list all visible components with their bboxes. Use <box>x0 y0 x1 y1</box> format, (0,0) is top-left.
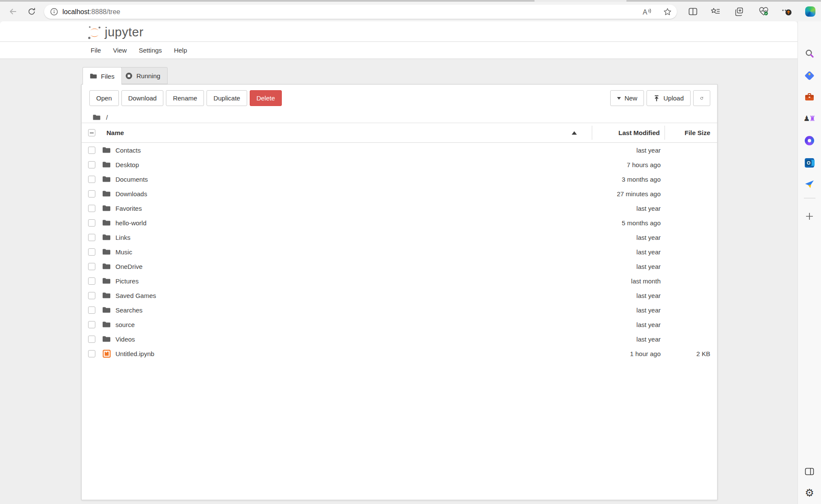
row-checkbox[interactable] <box>88 321 95 328</box>
file-row[interactable]: Pictures last month <box>82 274 717 288</box>
file-name[interactable]: Searches <box>115 307 591 314</box>
file-row[interactable]: Favorites last year <box>82 201 717 215</box>
home-folder-icon[interactable] <box>92 114 101 121</box>
file-name[interactable]: Documents <box>115 176 591 183</box>
outlook-icon[interactable]: O <box>804 157 815 168</box>
row-checkbox[interactable] <box>88 307 95 314</box>
copilot-icon[interactable] <box>803 4 818 19</box>
page-info-icon[interactable] <box>50 8 58 16</box>
file-name[interactable]: Saved Games <box>115 292 591 299</box>
new-button[interactable]: New <box>610 90 644 106</box>
file-row[interactable]: Searches last year <box>82 303 717 317</box>
settings-more-icon[interactable] <box>779 4 794 19</box>
file-name[interactable]: Pictures <box>115 277 591 285</box>
upload-button-label: Upload <box>663 94 684 102</box>
menu-settings[interactable]: Settings <box>133 42 168 59</box>
row-checkbox[interactable] <box>88 219 95 227</box>
favorite-star-icon[interactable] <box>663 8 672 16</box>
tab-files[interactable]: Files <box>83 67 122 85</box>
read-aloud-icon[interactable]: A <box>642 8 652 16</box>
file-name[interactable]: Music <box>115 248 591 256</box>
collections-icon[interactable] <box>732 4 747 19</box>
size-column-header[interactable]: File Size <box>664 129 717 136</box>
row-checkbox[interactable] <box>88 234 95 241</box>
settings-gear-icon[interactable]: ⚙ <box>804 487 815 498</box>
menu-help[interactable]: Help <box>168 42 193 59</box>
file-name[interactable]: OneDrive <box>115 263 591 270</box>
split-screen-icon[interactable] <box>685 4 700 19</box>
row-checkbox[interactable] <box>88 350 95 357</box>
file-row[interactable]: Contacts last year <box>82 143 717 157</box>
file-row[interactable]: hello-world 5 months ago <box>82 215 717 230</box>
folder-icon <box>102 262 111 270</box>
file-name[interactable]: hello-world <box>115 219 591 227</box>
file-row[interactable]: Untitled.ipynb 1 hour ago 2 KB <box>82 346 717 361</box>
games-icon[interactable]: ♟♜ <box>804 113 815 124</box>
file-browser-card: Open Download Rename Duplicate Delete Ne… <box>81 84 718 500</box>
address-bar[interactable]: localhost:8888/tree A <box>44 5 677 19</box>
delete-button[interactable]: Delete <box>250 90 282 106</box>
file-modified: last year <box>591 336 664 343</box>
file-row[interactable]: Documents 3 months ago <box>82 172 717 186</box>
file-name[interactable]: Contacts <box>115 147 591 154</box>
duplicate-button[interactable]: Duplicate <box>207 90 247 106</box>
name-column-header[interactable]: Name <box>106 129 124 136</box>
file-row[interactable]: Videos last year <box>82 332 717 346</box>
tab-running[interactable]: Running <box>118 67 168 84</box>
refresh-list-icon[interactable] <box>693 90 710 106</box>
breadcrumb-root[interactable]: / <box>106 114 108 121</box>
folder-icon <box>102 219 111 227</box>
file-name[interactable]: Downloads <box>115 190 591 197</box>
file-modified: 1 hour ago <box>591 350 664 357</box>
tab-running-label: Running <box>136 72 160 80</box>
file-row[interactable]: Downloads 27 minutes ago <box>82 186 717 201</box>
row-checkbox[interactable] <box>88 147 95 154</box>
refresh-icon[interactable] <box>24 4 39 19</box>
row-checkbox[interactable] <box>88 336 95 343</box>
add-sidebar-app-icon[interactable] <box>804 211 815 222</box>
file-row[interactable]: OneDrive last year <box>82 259 717 274</box>
modified-column-header[interactable]: Last Modified <box>591 129 664 136</box>
file-name[interactable]: source <box>115 321 591 328</box>
search-icon[interactable] <box>804 48 815 59</box>
file-row[interactable]: Desktop 7 hours ago <box>82 157 717 172</box>
jupyter-header: jupyter <box>0 21 797 42</box>
m365-copilot-icon[interactable] <box>804 135 815 146</box>
file-name[interactable]: Links <box>115 234 591 241</box>
menu-file[interactable]: File <box>85 42 107 59</box>
file-row[interactable]: Saved Games last year <box>82 288 717 303</box>
browser-tabstrip <box>0 0 821 2</box>
sort-ascending-icon[interactable] <box>572 131 577 135</box>
file-row[interactable]: Music last year <box>82 245 717 259</box>
favorites-bar-icon[interactable] <box>708 4 723 19</box>
open-button[interactable]: Open <box>89 90 119 106</box>
download-button[interactable]: Download <box>121 90 164 106</box>
row-checkbox[interactable] <box>88 161 95 168</box>
drop-icon[interactable] <box>804 179 815 190</box>
upload-button[interactable]: Upload <box>647 90 691 106</box>
shopping-icon[interactable] <box>804 70 815 81</box>
row-checkbox[interactable] <box>88 205 95 212</box>
row-checkbox[interactable] <box>88 277 95 285</box>
row-checkbox[interactable] <box>88 176 95 183</box>
file-modified: last year <box>591 205 664 212</box>
row-checkbox[interactable] <box>88 263 95 270</box>
file-row[interactable]: Links last year <box>82 230 717 245</box>
browser-essentials-icon[interactable] <box>756 4 771 19</box>
file-row[interactable]: source last year <box>82 317 717 332</box>
file-name[interactable]: Untitled.ipynb <box>115 350 591 357</box>
back-icon[interactable] <box>6 4 20 19</box>
menu-view[interactable]: View <box>107 42 133 59</box>
file-name[interactable]: Favorites <box>115 205 591 212</box>
row-checkbox[interactable] <box>88 190 95 197</box>
tools-icon[interactable] <box>804 91 815 103</box>
panel-toggle-icon[interactable] <box>804 466 815 477</box>
row-checkbox[interactable] <box>88 292 95 299</box>
stop-circle-icon <box>125 72 133 80</box>
file-name[interactable]: Desktop <box>115 161 591 168</box>
select-all-checkbox[interactable] <box>88 129 95 136</box>
file-name[interactable]: Videos <box>115 336 591 343</box>
jupyter-logo-text: jupyter <box>105 25 144 39</box>
row-checkbox[interactable] <box>88 248 95 256</box>
rename-button[interactable]: Rename <box>166 90 204 106</box>
